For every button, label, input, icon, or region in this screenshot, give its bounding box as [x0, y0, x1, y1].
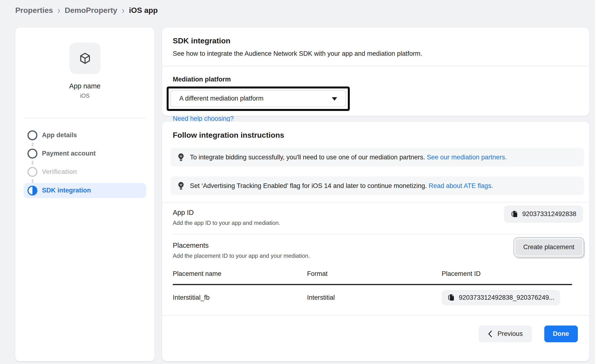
- placement-id-value: 920373312492838_920376249...: [459, 294, 554, 301]
- app-platform: iOS: [15, 92, 155, 99]
- app-id-value: 920373312492838: [522, 210, 576, 218]
- column-header-placement-name: Placement name: [173, 270, 307, 278]
- placement-id-cell: 920373312492838_920376249...: [442, 290, 579, 305]
- step-label: SDK integration: [42, 187, 91, 194]
- app-summary-card: App name iOS App details Payment account…: [15, 27, 155, 361]
- card-divider: [24, 118, 146, 118]
- step-circle-icon: [28, 167, 37, 177]
- previous-label: Previous: [497, 330, 523, 338]
- chevron-right-icon: ›: [122, 5, 124, 16]
- divider: [162, 66, 589, 66]
- panel-title: Follow integration instructions: [173, 131, 579, 140]
- see-mediation-partners-link[interactable]: See our mediation partners.: [427, 154, 507, 161]
- placements-table-header: Placement name Format Placement ID: [173, 267, 579, 284]
- table-row: Interstitial_fb Interstitial 92037331249…: [173, 285, 579, 310]
- step-connector: [24, 179, 146, 183]
- placements-table: Placement name Format Placement ID Inter…: [173, 267, 579, 310]
- step-label: Payment account: [42, 150, 96, 157]
- breadcrumb: Properties › DemoProperty › iOS app: [15, 6, 158, 15]
- copy-icon: [511, 210, 518, 218]
- copy-icon: [447, 294, 455, 301]
- step-sdk-integration[interactable]: SDK integration: [24, 183, 146, 198]
- mediation-platform-select[interactable]: A different mediation platform: [170, 90, 346, 107]
- step-connector: [24, 142, 146, 146]
- placement-format-cell: Interstitial: [307, 294, 442, 301]
- step-label: App details: [42, 132, 77, 139]
- step-payment-account[interactable]: Payment account: [24, 146, 146, 161]
- step-half-progress-icon: [28, 186, 37, 196]
- tip-text: To integrate bidding successfully, you'l…: [190, 154, 507, 161]
- tip-mediation-partners: To integrate bidding successfully, you'l…: [170, 148, 584, 167]
- setup-steps: App details Payment account Verification…: [15, 128, 155, 198]
- chevron-left-icon: [488, 330, 493, 337]
- panel-description: See how to integrate the Audience Networ…: [173, 50, 579, 58]
- app-name: App name: [15, 82, 155, 91]
- column-header-placement-id: Placement ID: [442, 270, 579, 278]
- panel-title: SDK integration: [173, 37, 579, 45]
- app-id-section: App ID Add the app ID to your app and me…: [173, 203, 579, 234]
- lightbulb-icon: [177, 153, 185, 162]
- copy-app-id-button[interactable]: 920373312492838: [504, 205, 583, 223]
- tip-text: Set ‘Advertising Tracking Enabled’ flag …: [190, 182, 493, 190]
- mediation-select-highlight: A different mediation platform: [167, 86, 350, 111]
- breadcrumb-properties[interactable]: Properties: [15, 6, 53, 15]
- column-header-format: Format: [307, 270, 442, 278]
- chevron-down-icon: [332, 97, 337, 100]
- done-button[interactable]: Done: [544, 325, 578, 342]
- step-label: Verification: [42, 168, 77, 176]
- page: Properties › DemoProperty › iOS app App …: [0, 0, 595, 364]
- placement-name-cell: Interstitial_fb: [173, 294, 307, 301]
- chevron-right-icon: ›: [58, 5, 60, 16]
- step-verification: Verification: [24, 165, 146, 179]
- step-circle-icon: [28, 149, 37, 159]
- mediation-selected-value: A different mediation platform: [179, 95, 263, 102]
- footer-actions: Previous Done: [173, 325, 579, 342]
- read-about-ate-flags-link[interactable]: Read about ATE flags.: [429, 182, 493, 189]
- cube-icon: [78, 51, 92, 65]
- create-placement-button[interactable]: Create placement: [515, 239, 582, 256]
- step-circle-icon: [28, 130, 37, 140]
- placements-section: Placements Add the placement ID to your …: [173, 234, 579, 262]
- instructions-panel: Follow integration instructions To integ…: [162, 121, 589, 361]
- lightbulb-icon: [177, 182, 185, 190]
- breadcrumb-demoproperty[interactable]: DemoProperty: [65, 6, 117, 15]
- app-thumbnail: [69, 43, 100, 74]
- tip-ate-flag: Set ‘Advertising Tracking Enabled’ flag …: [170, 176, 584, 195]
- previous-button[interactable]: Previous: [479, 325, 532, 342]
- sdk-integration-panel: SDK integration See how to integrate the…: [162, 27, 589, 116]
- copy-placement-id-button[interactable]: 920373312492838_920376249...: [442, 290, 560, 305]
- breadcrumb-ios-app: iOS app: [129, 6, 158, 15]
- mediation-platform-label: Mediation platform: [173, 76, 579, 83]
- step-connector: [24, 161, 146, 165]
- step-app-details[interactable]: App details: [24, 128, 146, 143]
- divider: [162, 315, 589, 316]
